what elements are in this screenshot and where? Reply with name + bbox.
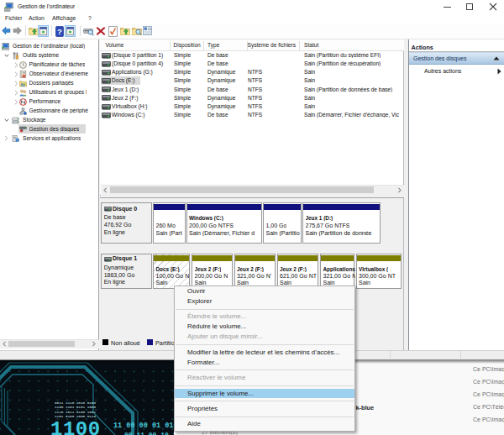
svg-text:?: ?: [57, 26, 62, 35]
